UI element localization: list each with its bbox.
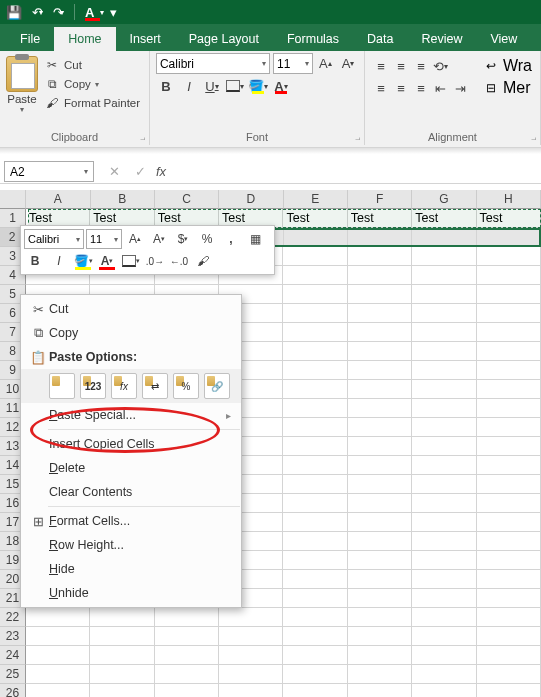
cell[interactable]: [412, 627, 476, 646]
bold-button[interactable]: B: [156, 76, 176, 96]
cell[interactable]: [348, 437, 412, 456]
paste-opt-transpose[interactable]: ⇄: [142, 373, 168, 399]
cell[interactable]: [477, 323, 541, 342]
ctx-unhide[interactable]: Unhide: [21, 581, 241, 605]
cell[interactable]: [348, 323, 412, 342]
cell[interactable]: [477, 665, 541, 684]
col-header-b[interactable]: B: [91, 190, 155, 209]
cell[interactable]: [283, 570, 347, 589]
fx-icon[interactable]: fx: [156, 164, 166, 179]
cell[interactable]: [412, 665, 476, 684]
font-name-combo[interactable]: Calibri▾: [156, 53, 270, 74]
cell[interactable]: [283, 494, 347, 513]
italic-button[interactable]: I: [179, 76, 199, 96]
mini-font-color[interactable]: A▾: [96, 251, 118, 271]
ctx-hide[interactable]: Hide: [21, 557, 241, 581]
cell[interactable]: [477, 456, 541, 475]
orientation-button[interactable]: ⟲▾: [431, 56, 451, 76]
cell[interactable]: [90, 608, 154, 627]
cell[interactable]: [283, 513, 347, 532]
cell[interactable]: Test: [477, 209, 541, 228]
name-box[interactable]: A2 ▾: [4, 161, 94, 182]
cell[interactable]: [283, 266, 347, 285]
font-color-qat-icon[interactable]: A▾: [85, 5, 104, 20]
cell[interactable]: [155, 646, 219, 665]
fill-color-button[interactable]: 🪣▾: [248, 76, 268, 96]
cell[interactable]: [477, 380, 541, 399]
cell[interactable]: [477, 418, 541, 437]
cell[interactable]: [412, 475, 476, 494]
enter-formula-icon[interactable]: ✓: [130, 164, 150, 179]
paste-button[interactable]: Paste ▾: [6, 56, 38, 114]
cell[interactable]: [412, 266, 476, 285]
ctx-format-cells[interactable]: ⊞Format Cells...: [21, 509, 241, 533]
font-size-combo[interactable]: 11▾: [273, 53, 312, 74]
cell[interactable]: [283, 532, 347, 551]
cell[interactable]: [90, 665, 154, 684]
cell[interactable]: [26, 684, 90, 697]
row-header[interactable]: 26: [0, 684, 26, 697]
cell[interactable]: [155, 608, 219, 627]
cell[interactable]: [412, 399, 476, 418]
cell[interactable]: [412, 285, 476, 304]
underline-button[interactable]: U ▾: [202, 76, 222, 96]
cell[interactable]: [348, 266, 412, 285]
cell[interactable]: [477, 494, 541, 513]
cell[interactable]: [477, 532, 541, 551]
cell[interactable]: [477, 437, 541, 456]
save-icon[interactable]: 💾: [6, 5, 22, 20]
cell[interactable]: Test: [283, 209, 347, 228]
mini-comma-format[interactable]: ,: [220, 229, 242, 249]
cell[interactable]: [412, 342, 476, 361]
cell[interactable]: [283, 323, 347, 342]
cell[interactable]: [412, 456, 476, 475]
cell[interactable]: [412, 513, 476, 532]
align-bottom-button[interactable]: ≡: [411, 56, 431, 76]
cell[interactable]: [283, 285, 347, 304]
cell[interactable]: [477, 399, 541, 418]
cell[interactable]: [412, 323, 476, 342]
cell[interactable]: [283, 361, 347, 380]
indent-increase-button[interactable]: ⇥: [451, 78, 471, 98]
col-header-f[interactable]: F: [348, 190, 412, 209]
cell[interactable]: [283, 437, 347, 456]
cell[interactable]: [348, 342, 412, 361]
ctx-row-height[interactable]: Row Height...: [21, 533, 241, 557]
align-middle-button[interactable]: ≡: [391, 56, 411, 76]
cell[interactable]: [412, 570, 476, 589]
cell[interactable]: [348, 456, 412, 475]
cell[interactable]: [90, 684, 154, 697]
cell[interactable]: [26, 627, 90, 646]
cell[interactable]: [412, 380, 476, 399]
cell[interactable]: [477, 266, 541, 285]
row-header[interactable]: 23: [0, 627, 26, 646]
cell[interactable]: [412, 247, 476, 266]
cell[interactable]: [155, 684, 219, 697]
cell[interactable]: [26, 665, 90, 684]
cell[interactable]: [477, 570, 541, 589]
col-header-c[interactable]: C: [155, 190, 219, 209]
paste-opt-values[interactable]: 123: [80, 373, 106, 399]
mini-format-painter[interactable]: 🖌: [192, 251, 214, 271]
cell[interactable]: [348, 684, 412, 697]
tab-data[interactable]: Data: [353, 27, 407, 51]
col-header-a[interactable]: A: [26, 190, 90, 209]
ctx-clear-contents[interactable]: Clear Contents: [21, 480, 241, 504]
mini-grow-font[interactable]: A▴: [124, 229, 146, 249]
cancel-formula-icon[interactable]: ✕: [104, 164, 124, 179]
cell[interactable]: [477, 475, 541, 494]
mini-decrease-decimal[interactable]: ←.0: [168, 251, 190, 271]
ctx-paste-special[interactable]: Paste Special...▸: [21, 403, 241, 427]
tab-review[interactable]: Review: [407, 27, 476, 51]
cell[interactable]: [348, 513, 412, 532]
cell[interactable]: [219, 608, 283, 627]
cell[interactable]: [348, 646, 412, 665]
cell[interactable]: [348, 665, 412, 684]
cell[interactable]: [348, 551, 412, 570]
tab-home[interactable]: Home: [54, 27, 115, 51]
cell[interactable]: [477, 608, 541, 627]
ctx-insert-copied-cells[interactable]: Insert Copied Cells: [21, 432, 241, 456]
cell[interactable]: [283, 627, 347, 646]
col-header-h[interactable]: H: [477, 190, 541, 209]
ctx-cut[interactable]: ✂Cut: [21, 297, 241, 321]
